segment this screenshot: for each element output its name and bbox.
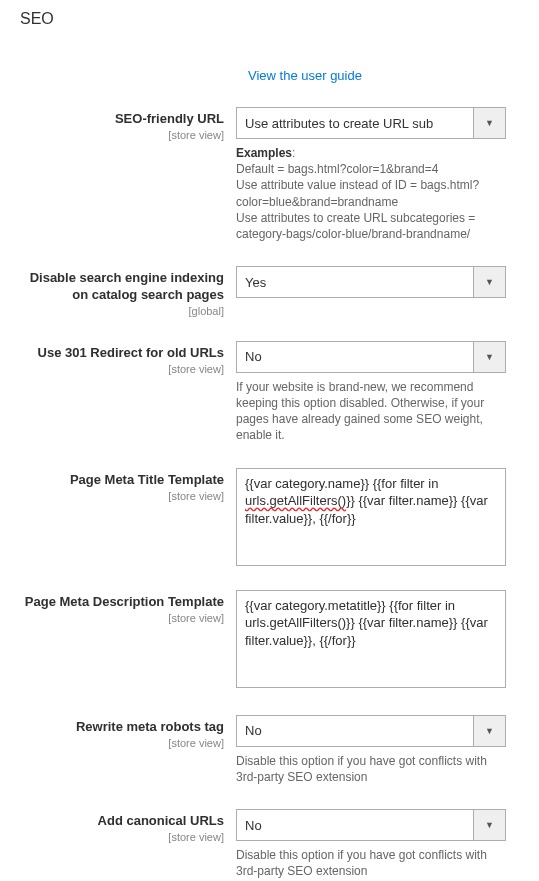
note-add-canonical: Disable this option if you have got conf… [236, 847, 506, 879]
row-use-301: Use 301 Redirect for old URLs [store vie… [20, 341, 519, 444]
label-disable-indexing: Disable search engine indexing on catalo… [20, 270, 224, 304]
label-meta-desc-tpl: Page Meta Description Template [20, 594, 224, 611]
scope-meta-title-tpl: [store view] [20, 490, 224, 502]
row-rewrite-robots: Rewrite meta robots tag [store view] No … [20, 715, 519, 785]
row-add-canonical: Add canonical URLs [store view] No ▼ Dis… [20, 809, 519, 879]
row-disable-indexing: Disable search engine indexing on catalo… [20, 266, 519, 317]
select-use-301[interactable]: No ▼ [236, 341, 506, 373]
select-rewrite-robots[interactable]: No ▼ [236, 715, 506, 747]
section-title: SEO [20, 10, 519, 28]
row-meta-desc-tpl: Page Meta Description Template [store vi… [20, 590, 519, 691]
scope-rewrite-robots: [store view] [20, 737, 224, 749]
textarea-meta-desc-tpl[interactable] [236, 590, 506, 688]
scope-use-301: [store view] [20, 363, 224, 375]
note-seo-friendly-url: Examples: Default = bags.html?color=1&br… [236, 145, 506, 242]
chevron-down-icon[interactable]: ▼ [474, 809, 506, 841]
scope-disable-indexing: [global] [20, 305, 224, 317]
label-use-301: Use 301 Redirect for old URLs [20, 345, 224, 362]
chevron-down-icon[interactable]: ▼ [474, 107, 506, 139]
select-seo-friendly-url[interactable]: Use attributes to create URL sub ▼ [236, 107, 506, 139]
note-rewrite-robots: Disable this option if you have got conf… [236, 753, 506, 785]
textarea-meta-title-tpl[interactable]: {{var category.name}} {{for filter in ur… [236, 468, 506, 566]
label-rewrite-robots: Rewrite meta robots tag [20, 719, 224, 736]
label-meta-title-tpl: Page Meta Title Template [20, 472, 224, 489]
select-value: No [236, 809, 474, 841]
select-disable-indexing[interactable]: Yes ▼ [236, 266, 506, 298]
label-add-canonical: Add canonical URLs [20, 813, 224, 830]
scope-add-canonical: [store view] [20, 831, 224, 843]
select-value: Yes [236, 266, 474, 298]
select-value: No [236, 715, 474, 747]
user-guide-link[interactable]: View the user guide [248, 68, 519, 83]
scope-seo-friendly-url: [store view] [20, 129, 224, 141]
chevron-down-icon[interactable]: ▼ [474, 715, 506, 747]
chevron-down-icon[interactable]: ▼ [474, 266, 506, 298]
select-value: Use attributes to create URL sub [236, 107, 474, 139]
chevron-down-icon[interactable]: ▼ [474, 341, 506, 373]
scope-meta-desc-tpl: [store view] [20, 612, 224, 624]
select-value: No [236, 341, 474, 373]
note-use-301: If your website is brand-new, we recomme… [236, 379, 506, 444]
row-meta-title-tpl: Page Meta Title Template [store view] {{… [20, 468, 519, 566]
row-seo-friendly-url: SEO-friendly URL [store view] Use attrib… [20, 107, 519, 242]
label-seo-friendly-url: SEO-friendly URL [20, 111, 224, 128]
select-add-canonical[interactable]: No ▼ [236, 809, 506, 841]
